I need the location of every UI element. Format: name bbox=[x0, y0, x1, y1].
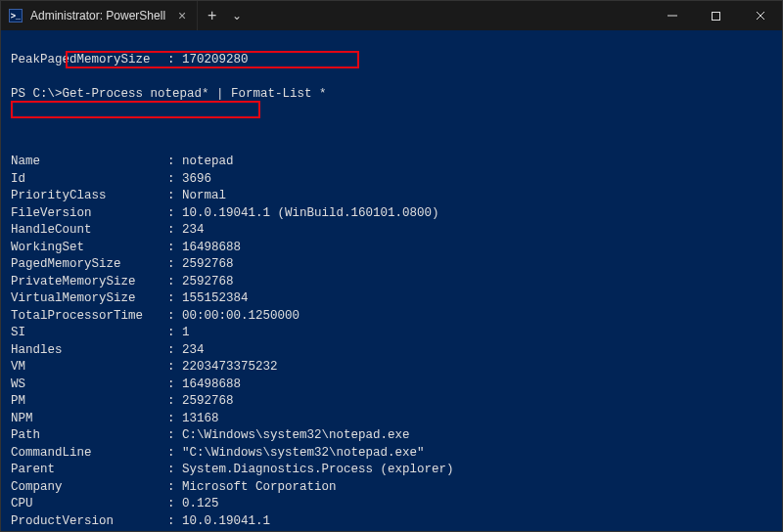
maximize-button[interactable] bbox=[694, 1, 738, 30]
minimize-icon bbox=[667, 10, 678, 22]
property-value: : Normal bbox=[167, 188, 226, 205]
property-value: : 16498688 bbox=[167, 377, 241, 394]
command-text: Get-Process notepad* | Format-List * bbox=[63, 86, 327, 104]
tab-dropdown-button[interactable]: ⌄ bbox=[226, 9, 248, 22]
prompt: PS C:\> bbox=[11, 86, 63, 104]
output-line: Parent: System.Diagnostics.Process (expl… bbox=[11, 462, 772, 479]
highlight-id-row bbox=[11, 101, 260, 118]
property-value: : 0.125 bbox=[167, 496, 219, 513]
app-window: >_ Administrator: PowerShell × + ⌄ PeakP… bbox=[0, 0, 783, 532]
output-line: Company: Microsoft Corporation bbox=[11, 479, 772, 497]
maximize-icon bbox=[711, 11, 721, 22]
property-value: : 3696 bbox=[167, 171, 211, 189]
tab-powershell[interactable]: >_ Administrator: PowerShell × bbox=[1, 1, 198, 30]
output-line: PagedMemorySize: 2592768 bbox=[11, 256, 772, 274]
minimize-button[interactable] bbox=[650, 1, 694, 30]
property-value: : 2592768 bbox=[167, 393, 234, 411]
property-value: : 155152384 bbox=[167, 290, 249, 308]
property-key: Id bbox=[11, 171, 167, 189]
property-key: WorkingSet bbox=[11, 240, 167, 257]
property-value: : 1 bbox=[167, 325, 190, 342]
property-key: Path bbox=[11, 427, 167, 445]
property-value: : 10.0.19041.1 (WinBuild.160101.0800) bbox=[167, 205, 439, 223]
powershell-icon: >_ bbox=[9, 9, 23, 22]
property-value: : 16498688 bbox=[167, 240, 241, 257]
property-key: SI bbox=[11, 325, 167, 342]
property-value: : 170209280 bbox=[167, 52, 249, 69]
output-line: FileVersion: 10.0.19041.1 (WinBuild.1601… bbox=[11, 205, 772, 223]
output-line: PM: 2592768 bbox=[11, 393, 772, 411]
property-key: PriorityClass bbox=[11, 188, 167, 205]
property-key: PeakPagedMemorySize bbox=[11, 52, 167, 69]
property-key: PM bbox=[11, 393, 167, 411]
output-line: WS: 16498688 bbox=[11, 377, 772, 394]
output-line: Id: 3696 bbox=[11, 171, 772, 189]
output-line: Description: Notepad bbox=[11, 530, 772, 531]
output-line: ProductVersion: 10.0.19041.1 bbox=[11, 513, 772, 531]
property-key: PagedMemorySize bbox=[11, 256, 167, 274]
output-line: WorkingSet: 16498688 bbox=[11, 240, 772, 257]
property-value: : 234 bbox=[167, 342, 205, 360]
output-line: CPU: 0.125 bbox=[11, 496, 772, 513]
property-key: Company bbox=[11, 479, 167, 497]
property-value: : notepad bbox=[167, 154, 234, 171]
property-key: VM bbox=[11, 359, 167, 377]
property-value: : 2592768 bbox=[167, 274, 234, 291]
output-line: NPM: 13168 bbox=[11, 411, 772, 428]
property-key: Name bbox=[11, 154, 167, 171]
close-tab-button[interactable]: × bbox=[173, 7, 191, 24]
output-line: PeakPagedMemorySize: 170209280 bbox=[11, 52, 772, 69]
svg-rect-1 bbox=[713, 12, 720, 20]
property-key: WS bbox=[11, 377, 167, 394]
close-icon bbox=[755, 10, 766, 22]
property-key: Handles bbox=[11, 342, 167, 360]
tab-title: Administrator: PowerShell bbox=[30, 9, 165, 22]
property-key: ProductVersion bbox=[11, 513, 167, 531]
property-key: FileVersion bbox=[11, 205, 167, 223]
property-value: : System.Diagnostics.Process (explorer) bbox=[167, 462, 454, 479]
property-value: : Microsoft Corporation bbox=[167, 479, 337, 497]
property-value: : 13168 bbox=[167, 411, 219, 428]
property-key: Parent bbox=[11, 462, 167, 479]
property-key: VirtualMemorySize bbox=[11, 290, 167, 308]
property-value: : 234 bbox=[167, 222, 205, 240]
property-value: : 2203473375232 bbox=[167, 359, 278, 377]
property-key: CPU bbox=[11, 496, 167, 513]
output-line: SI: 1 bbox=[11, 325, 772, 342]
property-key: HandleCount bbox=[11, 222, 167, 240]
terminal-output[interactable]: PeakPagedMemorySize: 170209280 PS C:\> G… bbox=[1, 30, 782, 531]
output-line: Name: notepad bbox=[11, 154, 772, 171]
property-key: TotalProcessorTime bbox=[11, 308, 167, 326]
output-line: VirtualMemorySize: 155152384 bbox=[11, 290, 772, 308]
output-line: VM: 2203473375232 bbox=[11, 359, 772, 377]
property-value: : "C:\Windows\system32\notepad.exe" bbox=[167, 445, 425, 463]
output-line: Path: C:\Windows\system32\notepad.exe bbox=[11, 427, 772, 445]
property-value: : 10.0.19041.1 bbox=[167, 513, 270, 531]
close-window-button[interactable] bbox=[738, 1, 782, 30]
output-line: Handles: 234 bbox=[11, 342, 772, 360]
command-line: PS C:\> Get-Process notepad* | Format-Li… bbox=[11, 86, 772, 104]
titlebar: >_ Administrator: PowerShell × + ⌄ bbox=[1, 1, 782, 30]
output-line: HandleCount: 234 bbox=[11, 222, 772, 240]
property-value: : 00:00:00.1250000 bbox=[167, 308, 299, 326]
property-key: NPM bbox=[11, 411, 167, 428]
property-value: : C:\Windows\system32\notepad.exe bbox=[167, 427, 410, 445]
output-line: PriorityClass: Normal bbox=[11, 188, 772, 205]
property-value: : 2592768 bbox=[167, 256, 234, 274]
output-line: CommandLine: "C:\Windows\system32\notepa… bbox=[11, 445, 772, 463]
property-value: : Notepad bbox=[167, 530, 234, 531]
new-tab-button[interactable]: + bbox=[198, 1, 226, 30]
output-line: TotalProcessorTime: 00:00:00.1250000 bbox=[11, 308, 772, 326]
property-key: PrivateMemorySize bbox=[11, 274, 167, 291]
property-key: CommandLine bbox=[11, 445, 167, 463]
property-key: Description bbox=[11, 530, 167, 531]
output-line: PrivateMemorySize: 2592768 bbox=[11, 274, 772, 291]
